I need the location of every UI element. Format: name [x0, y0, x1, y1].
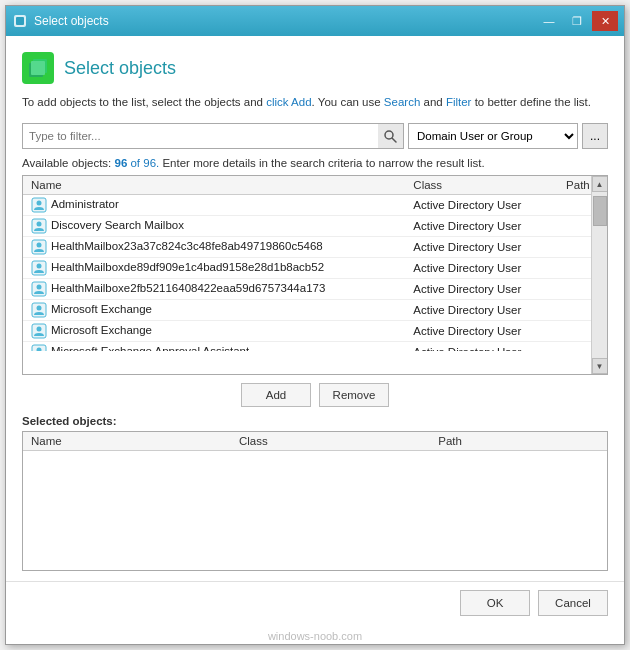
scroll-track — [592, 192, 607, 358]
header-icon — [22, 52, 54, 84]
row-name-cell: HealthMailboxe2fb52116408422eaa59d675734… — [23, 279, 405, 300]
sel-col-class: Class — [231, 432, 430, 451]
scroll-thumb[interactable] — [593, 196, 607, 226]
select-objects-window: Select objects — ❐ ✕ Select objects To a… — [5, 5, 625, 645]
row-name-cell: Microsoft Exchange — [23, 321, 405, 342]
row-class-cell: Active Directory User — [405, 279, 558, 300]
objects-table: Name Class Path AdministratorActive Dire… — [23, 176, 607, 351]
svg-point-12 — [37, 222, 42, 227]
window-icon — [12, 13, 28, 29]
filter-link: Filter — [446, 96, 472, 108]
scrollbar[interactable]: ▲ ▼ — [591, 176, 607, 374]
table-row[interactable]: Microsoft ExchangeActive Directory User — [23, 321, 607, 342]
window-title: Select objects — [34, 14, 109, 28]
sel-col-name: Name — [23, 432, 231, 451]
dialog-footer: OK Cancel — [6, 581, 624, 626]
restore-button[interactable]: ❐ — [564, 11, 590, 31]
filter-input[interactable] — [22, 123, 404, 149]
watermark: windows-noob.com — [6, 626, 624, 644]
domain-select[interactable]: Domain User or Group Domain Computers Do… — [408, 123, 578, 149]
ok-button[interactable]: OK — [460, 590, 530, 616]
title-bar-left: Select objects — [12, 13, 109, 29]
selected-label: Selected objects: — [22, 415, 608, 427]
row-class-cell: Active Directory User — [405, 216, 558, 237]
table-row[interactable]: AdministratorActive Directory User — [23, 195, 607, 216]
selected-table-header: Name Class Path — [23, 432, 607, 451]
row-class-cell: Active Directory User — [405, 300, 558, 321]
title-bar: Select objects — ❐ ✕ — [6, 6, 624, 36]
selected-table: Name Class Path — [23, 432, 607, 451]
row-name-cell: HealthMailbox23a37c824c3c48fe8ab49719860… — [23, 237, 405, 258]
filter-input-wrap — [22, 123, 404, 149]
svg-point-15 — [37, 243, 42, 248]
filter-row: Domain User or Group Domain Computers Do… — [22, 123, 608, 149]
svg-point-9 — [37, 201, 42, 206]
dialog-header: Select objects — [22, 52, 608, 84]
objects-table-container: Name Class Path AdministratorActive Dire… — [22, 175, 608, 375]
svg-line-6 — [392, 138, 396, 142]
svg-point-27 — [37, 327, 42, 332]
scroll-down-arrow[interactable]: ▼ — [592, 358, 608, 374]
row-name-cell: Administrator — [23, 195, 405, 216]
row-class-cell: Active Directory User — [405, 195, 558, 216]
svg-point-24 — [37, 306, 42, 311]
table-row[interactable]: HealthMailboxde89df909e1c4bad9158e28d1b8… — [23, 258, 607, 279]
dialog-content: Select objects To add objects to the lis… — [6, 36, 624, 581]
col-name: Name — [23, 176, 405, 195]
row-name-cell: HealthMailboxde89df909e1c4bad9158e28d1b8… — [23, 258, 405, 279]
selected-table-container: Name Class Path — [22, 431, 608, 571]
row-class-cell: Active Directory User — [405, 237, 558, 258]
row-name-cell: Microsoft Exchange — [23, 300, 405, 321]
scroll-up-arrow[interactable]: ▲ — [592, 176, 608, 192]
svg-rect-1 — [16, 17, 24, 25]
available-count-label: Available objects: 96 of 96. Enter more … — [22, 157, 608, 169]
title-bar-controls: — ❐ ✕ — [536, 11, 618, 31]
row-class-cell: Active Directory User — [405, 321, 558, 342]
user-icon — [31, 260, 47, 276]
sel-col-path: Path — [430, 432, 607, 451]
user-icon — [31, 344, 47, 351]
dialog-title: Select objects — [64, 58, 176, 79]
browse-button[interactable]: ... — [582, 123, 608, 149]
user-icon — [31, 197, 47, 213]
click-add-link: click Add — [266, 96, 311, 108]
user-icon — [31, 239, 47, 255]
table-header: Name Class Path — [23, 176, 607, 195]
remove-button[interactable]: Remove — [319, 383, 389, 407]
row-class-cell: Active Directory User — [405, 342, 558, 352]
col-class: Class — [405, 176, 558, 195]
table-row[interactable]: HealthMailboxe2fb52116408422eaa59d675734… — [23, 279, 607, 300]
table-row[interactable]: HealthMailbox23a37c824c3c48fe8ab49719860… — [23, 237, 607, 258]
svg-point-18 — [37, 264, 42, 269]
user-icon — [31, 302, 47, 318]
objects-tbody: AdministratorActive Directory UserDiscov… — [23, 195, 607, 352]
svg-rect-4 — [31, 61, 45, 75]
row-class-cell: Active Directory User — [405, 258, 558, 279]
description-text: To add objects to the list, select the o… — [22, 94, 608, 111]
search-icon-button[interactable] — [378, 123, 404, 149]
cube-icon — [27, 57, 49, 79]
row-name-cell: Microsoft Exchange Approval Assistant — [23, 342, 405, 352]
user-icon — [31, 218, 47, 234]
table-scroll-area: Name Class Path AdministratorActive Dire… — [23, 176, 607, 351]
table-row[interactable]: Microsoft Exchange Approval AssistantAct… — [23, 342, 607, 352]
add-button[interactable]: Add — [241, 383, 311, 407]
count-highlight: 96 of 96. — [114, 157, 159, 169]
close-button[interactable]: ✕ — [592, 11, 618, 31]
row-name-cell: Discovery Search Mailbox — [23, 216, 405, 237]
action-buttons: Add Remove — [22, 383, 608, 407]
minimize-button[interactable]: — — [536, 11, 562, 31]
table-row[interactable]: Microsoft ExchangeActive Directory User — [23, 300, 607, 321]
search-icon — [384, 130, 397, 143]
cancel-button[interactable]: Cancel — [538, 590, 608, 616]
svg-point-21 — [37, 285, 42, 290]
search-link: Search — [384, 96, 420, 108]
user-icon — [31, 281, 47, 297]
user-icon — [31, 323, 47, 339]
table-row[interactable]: Discovery Search MailboxActive Directory… — [23, 216, 607, 237]
